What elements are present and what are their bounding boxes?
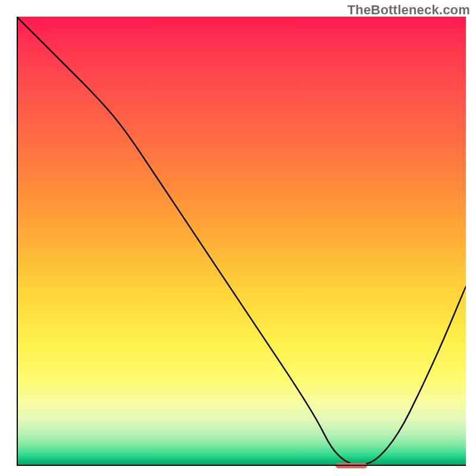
bottleneck-curve [17, 17, 466, 465]
plot-area [17, 17, 466, 466]
optimal-range-marker [336, 463, 367, 468]
curve-layer [17, 17, 466, 466]
bottleneck-chart: TheBottleneck.com [0, 0, 476, 476]
watermark-label: TheBottleneck.com [347, 2, 470, 18]
